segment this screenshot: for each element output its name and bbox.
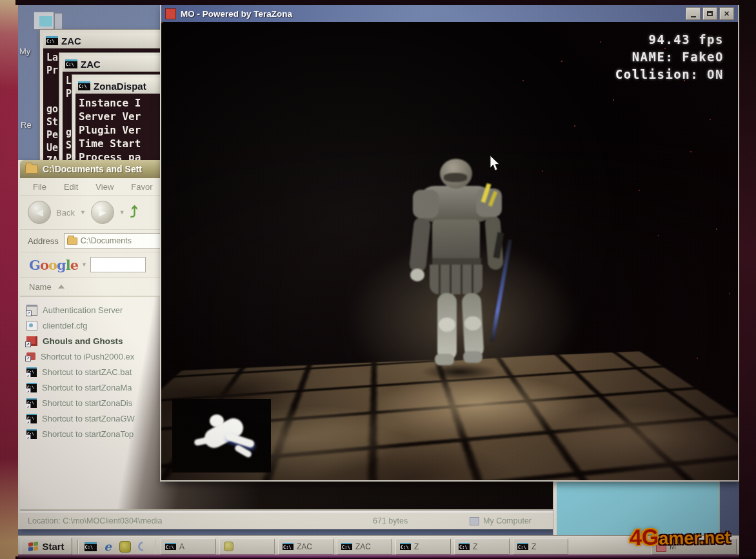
explorer-title: C:\Documents and Sett: [43, 164, 142, 174]
taskbar-button-authentication[interactable]: C:\A: [161, 538, 216, 554]
monitor-bezel-right: [739, 0, 756, 559]
quicklaunch-internet-explorer-icon[interactable]: e: [101, 540, 115, 554]
file-name: Shortcut to startZonaDis: [42, 398, 132, 408]
file-name: Authentication Server: [43, 305, 123, 315]
crt-edge-glow: [18, 554, 739, 558]
mo-app-icon: [165, 8, 176, 19]
watermark-prefix: 4G: [630, 525, 659, 550]
my-computer-label[interactable]: My: [19, 46, 30, 56]
file-name: Shortcut to startZAC.bat: [42, 367, 132, 377]
quicklaunch-cmd-icon[interactable]: C:\: [83, 540, 97, 554]
game-window: MO - Powered by TeraZona ✕: [160, 5, 739, 482]
cmd-icon: C:\: [517, 543, 528, 550]
google-dropdown-icon[interactable]: ▼: [81, 261, 87, 268]
name-column-header[interactable]: Name: [20, 278, 170, 297]
monitor-bezel-top: [15, 0, 756, 5]
collision-status: Collision: ON: [615, 66, 724, 83]
zone-label: My Computer: [483, 516, 532, 525]
taskbar-button-zona-3[interactable]: C:\Z: [513, 538, 568, 554]
cmd-icon: C:\: [165, 543, 176, 550]
menu-view[interactable]: View: [95, 182, 114, 192]
google-search-input[interactable]: [90, 257, 146, 272]
window-controls: ✕: [686, 7, 734, 20]
windows-desktop: My Re C:\ ZAC La Pr go St Pe Ue ZA C:\ Z…: [18, 5, 739, 556]
task-label: ZAC: [355, 542, 371, 551]
forward-dropdown-icon[interactable]: ▼: [119, 209, 125, 216]
config-file-icon: [26, 321, 37, 330]
monitor-bezel-left: [0, 0, 18, 559]
taskbar-button-zona-2[interactable]: C:\Z: [454, 538, 510, 554]
cmd-shortcut-icon: C:\: [26, 429, 37, 439]
application-shortcut-icon: [26, 305, 37, 316]
taskbar-button-zac-1[interactable]: C:\ZAC: [278, 538, 333, 554]
back-button[interactable]: ◀: [28, 201, 51, 224]
taskbar-button-app[interactable]: [219, 538, 275, 554]
taskbar-button-zac-2[interactable]: C:\ZAC: [337, 538, 392, 554]
console-title: ZAC: [81, 59, 101, 70]
cmd-icon: C:\: [459, 543, 470, 550]
task-label: Z: [414, 542, 419, 551]
console-titlebar[interactable]: C:\ ZAC: [43, 33, 163, 48]
address-label: Address: [28, 236, 59, 246]
quicklaunch-yellow-app-icon[interactable]: [118, 540, 132, 554]
photographed-monitor: My Re C:\ ZAC La Pr go St Pe Ue ZA C:\ Z…: [0, 0, 756, 559]
menu-favorites[interactable]: Favor: [131, 182, 152, 192]
red-noise-specks: [161, 22, 163, 23]
task-label: ZAC: [297, 542, 312, 551]
fps-counter: 94.43 fps: [615, 31, 724, 48]
file-name: Shortcut to startZonaTop: [42, 429, 134, 439]
status-zone: My Computer: [470, 516, 566, 525]
file-name: Shortcut to startZonaMa: [42, 383, 132, 392]
computer-monitor-icon: [34, 12, 54, 30]
my-computer-zone-icon: [470, 517, 479, 525]
menu-file[interactable]: File: [33, 182, 46, 192]
forward-button[interactable]: ▶: [91, 201, 114, 224]
address-input[interactable]: C:\Documents: [64, 233, 167, 249]
address-value: C:\Documents: [81, 236, 132, 245]
game-title: MO - Powered by TeraZona: [181, 9, 292, 19]
google-logo[interactable]: Google: [29, 257, 78, 273]
cmd-shortcut-icon: C:\: [26, 367, 37, 377]
status-location: Location: C:\mo\MOClient0304\media: [28, 516, 366, 525]
up-folder-icon[interactable]: ⤴: [130, 203, 138, 221]
knight-character[interactable]: [401, 155, 514, 371]
quicklaunch-blue-app-icon[interactable]: [135, 540, 150, 554]
sort-ascending-icon: [58, 285, 65, 289]
start-label: Start: [42, 541, 64, 552]
red-shortcut-icon: [26, 352, 35, 360]
task-label: Z: [532, 542, 536, 551]
back-dropdown-icon[interactable]: ▼: [80, 209, 86, 216]
file-name: clientdef.cfg: [43, 321, 87, 330]
player-name: NAME: FakeO: [615, 48, 724, 66]
taskbar-separator: [77, 540, 78, 554]
cmd-icon: C:\: [65, 59, 77, 68]
character-silhouette-inset: [172, 399, 271, 473]
cmd-icon: C:\: [400, 543, 411, 550]
yellow-app-icon: [224, 542, 234, 551]
mouse-cursor: [489, 155, 500, 174]
taskbar-separator: [155, 540, 155, 554]
menu-edit[interactable]: Edit: [64, 182, 78, 192]
4gamer-watermark: 4Gamer.net: [630, 523, 731, 551]
close-button[interactable]: ✕: [719, 7, 734, 20]
watermark-suffix: amer.net: [659, 528, 731, 549]
folder-icon: [25, 165, 38, 174]
computer-tower-icon: [54, 13, 63, 31]
recycle-bin-label[interactable]: Re: [21, 120, 32, 130]
windows-flag-icon: [28, 542, 39, 552]
game-viewport[interactable]: 94.43 fps NAME: FakeO Collision: ON: [161, 22, 738, 480]
folder-icon: [67, 238, 77, 245]
cmd-shortcut-icon: C:\: [26, 414, 37, 423]
maximize-button[interactable]: [702, 7, 717, 20]
start-button[interactable]: Start: [21, 538, 72, 555]
cmd-icon: C:\: [341, 543, 352, 550]
status-size: 671 bytes: [373, 516, 463, 525]
back-label: Back: [56, 208, 75, 218]
column-label: Name: [29, 282, 52, 292]
file-name: Shortcut to iPush2000.ex: [41, 352, 134, 361]
cmd-shortcut-icon: C:\: [26, 398, 37, 408]
game-titlebar[interactable]: MO - Powered by TeraZona ✕: [161, 5, 738, 22]
taskbar-button-zona-1[interactable]: C:\Z: [395, 538, 451, 554]
red-application-icon: [26, 336, 37, 346]
minimize-button[interactable]: [686, 7, 701, 20]
